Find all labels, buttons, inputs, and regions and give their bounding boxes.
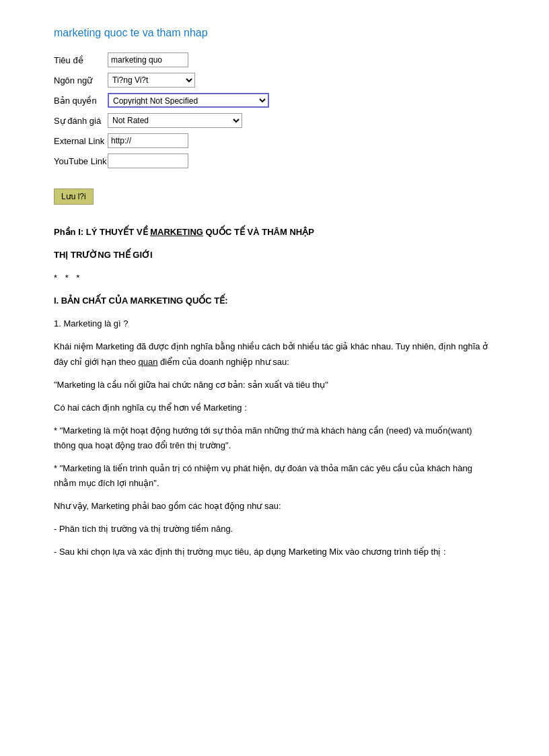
su-danh-gia-select[interactable]: Not Rated [108,113,242,128]
marketing-link[interactable]: MARKETING [150,227,203,237]
heading-prefix: Phần I: LÝ THUYẾT VỀ [54,227,150,237]
para3: Như vậy, Marketing phải bao gồm các hoạt… [54,499,495,514]
su-danh-gia-label: Sự đánh giá [54,113,108,127]
youtube-link-row: YouTube Link [54,153,495,168]
quote1: "Marketing là cầu nối giữa hai chức năng… [54,378,495,392]
youtube-link-label: YouTube Link [54,153,108,168]
item2: - Sau khi chọn lựa và xác định thị trườn… [54,545,495,559]
ban-quyen-select[interactable]: Copyright Not Specified [108,93,269,108]
external-link-row: External Link [54,133,495,148]
tieu-de-label: Tiêu đề [54,53,108,67]
para1: Khái niệm Marketing đã được định nghĩa b… [54,339,495,369]
tieu-de-input[interactable] [108,53,188,67]
main-heading: Phần I: LÝ THUYẾT VỀ MARKETING QUỐC TẾ V… [54,225,495,240]
external-link-label: External Link [54,133,108,147]
para2: Có hai cách định nghĩa cụ thể hơn về Mar… [54,401,495,415]
heading-suffix: QUỐC TẾ VÀ THÂM NHẬP [203,227,314,237]
save-button[interactable]: Lưu l?i [54,188,94,205]
content-area: Phần I: LÝ THUYẾT VỀ MARKETING QUỐC TẾ V… [54,225,495,560]
metadata-form: Tiêu đề Ngôn ngữ Ti?ng Vi?t Bản quyền Co… [54,53,495,168]
sub-heading: THỊ TRƯỜNG THẾ GIỚI [54,248,495,263]
quan-link[interactable]: quan [139,357,158,367]
para1-after: điểm của doanh nghiệp như sau: [157,357,289,367]
item1: - Phân tích thị trường và thị trường tiề… [54,522,495,537]
ngon-ngu-row: Ngôn ngữ Ti?ng Vi?t [54,73,495,88]
ban-quyen-row: Bản quyền Copyright Not Specified [54,93,495,108]
ban-quyen-label: Bản quyền [54,93,108,107]
tieu-de-row: Tiêu đề [54,53,495,67]
bullet1: * "Marketing là một hoạt động hướng tới … [54,423,495,453]
page-title: marketing quoc te va tham nhap [54,27,495,39]
bullet2: * "Marketing là tiến trình quản trị có n… [54,461,495,491]
external-link-input[interactable] [108,133,188,148]
ngon-ngu-label: Ngôn ngữ [54,73,108,87]
subsection1-title: 1. Marketing là gì ? [54,316,495,331]
stars-divider: * * * [54,271,495,285]
ngon-ngu-select[interactable]: Ti?ng Vi?t [108,73,195,88]
youtube-link-input[interactable] [108,153,188,168]
su-danh-gia-row: Sự đánh giá Not Rated [54,113,495,128]
section1-title: I. BẢN CHẤT CỦA MARKETING QUỐC TẾ: [54,294,495,308]
